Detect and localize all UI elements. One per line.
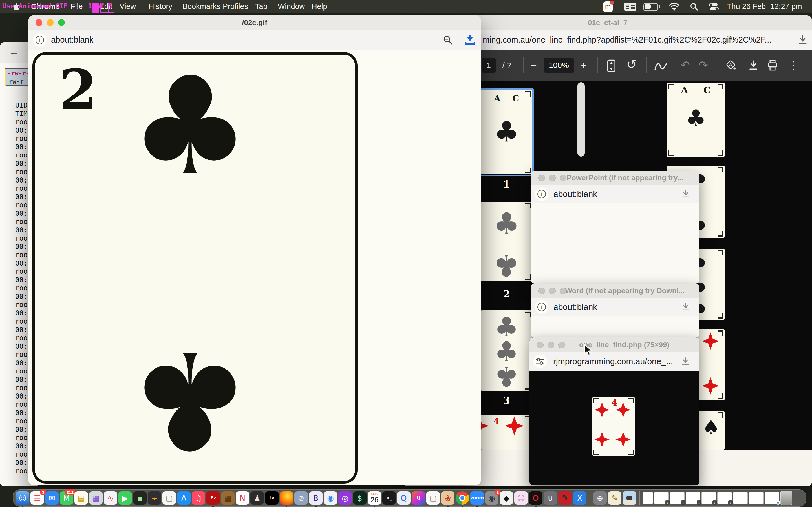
fit-page-icon[interactable] [606,59,617,73]
dock-item-sticker-app[interactable]: ☺ [514,491,528,505]
wifi-icon[interactable] [668,2,680,11]
dock-item-xcode[interactable]: X [573,491,587,505]
menu-item-bookmarks[interactable]: Bookmarks [183,0,220,13]
menu-item-help[interactable]: Help [312,0,327,13]
dock-item-paint-palette[interactable]: ❀ [441,491,455,505]
dock-item-apple-tv[interactable]: tv [265,491,278,505]
pdf-scrollbar[interactable] [577,82,585,157]
dock-item-minimized-window[interactable]: ↓ [702,492,716,504]
download-icon[interactable] [464,34,476,46]
dock-item-inkscape[interactable]: ◆ [500,491,513,505]
zoom-level-input[interactable]: 100% [544,58,574,73]
dock-item-blocked-app[interactable]: ⊘ [294,491,308,505]
page-number-input[interactable]: 1 [481,58,496,73]
dock-item-quicktime[interactable]: Q [397,491,410,505]
popup-word-url[interactable]: about:blank [553,298,597,316]
popup-powerpoint-url-bar[interactable]: i about:blank [531,185,699,204]
spotlight-search-icon[interactable] [690,2,699,11]
front-url-bar[interactable]: i about:blank [29,30,481,51]
dock-item-news[interactable]: N [236,491,249,505]
pdf-url-text[interactable]: ming.com.au/one_line_find.php?apdflist=%… [483,30,771,50]
download-icon[interactable] [680,356,690,366]
dock-item-tooth-app[interactable]: ∪ [544,491,557,505]
dock-item-pages-doc[interactable]: ▢ [162,491,176,505]
dock-item-camera-app[interactable]: ◉2 [485,491,499,505]
menu-bar-time[interactable]: 12:27 pm [770,0,802,13]
undo-icon[interactable]: ↶ [677,57,693,73]
dock-item-notes-pen[interactable]: ✎ [608,491,621,505]
dock-item-minimized-window[interactable] [733,492,748,504]
dock-item-music[interactable]: ♫ [192,491,205,505]
pdf-thumbnail-1[interactable]: A C♣ [481,90,532,174]
dock-item-calculator[interactable]: ÷ [148,491,161,505]
front-url-text[interactable]: about:blank [51,30,93,50]
dock-item-finder[interactable]: ☺ [16,491,29,505]
popup-powerpoint-url[interactable]: about:blank [553,185,597,203]
dock-item-terminal[interactable]: >_ [382,491,396,505]
dock-item-game-app[interactable]: ♟ [250,491,264,505]
download-icon[interactable] [681,189,691,199]
dock-item-zoom[interactable]: zoom [470,491,484,505]
dock-item-safari[interactable]: ◉ [324,491,337,505]
dock-item-document[interactable]: ▢ [426,491,440,505]
dock-item-photo-preview[interactable] [622,491,636,505]
menu-item-history[interactable]: History [149,0,172,13]
input-menu-icon[interactable] [624,2,637,11]
info-icon[interactable]: i [36,36,44,44]
dock-item-accessibility[interactable]: ⊕ [593,491,607,505]
redo-icon[interactable]: ↷ [695,57,711,73]
dock-item-wave-app[interactable]: ∿ [104,491,117,505]
pdf-thumbnail-3[interactable]: ♣♣♣ [481,311,532,391]
download-pdf-icon[interactable] [748,60,759,71]
dock-item-brown-grid-app[interactable]: ▦ [221,491,235,505]
info-icon[interactable]: i [538,190,546,198]
dock-item-minimized-window[interactable] [749,492,763,504]
popup-one-line-find-url-bar[interactable]: rjmprogramming.com.au/one_... [529,352,699,371]
dock-item-facetime[interactable]: ▶ [118,491,132,505]
print-icon[interactable] [767,60,778,71]
dock-item-terminal-dark[interactable]: ▪ [133,491,147,505]
dock-item-app-store[interactable]: A [177,491,191,505]
download-icon[interactable] [797,35,808,45]
menu-item-window[interactable]: Window [278,0,305,13]
rotate-icon[interactable]: ↺ [624,57,640,72]
add-text-annotation-icon[interactable]: A + [725,59,738,71]
dock-item-notes[interactable]: ▤ [74,491,88,505]
control-center-icon[interactable] [709,3,719,11]
dock-item-red-pencil-app[interactable]: ✎ [558,491,572,505]
info-icon[interactable]: i [538,303,546,311]
zoom-in-button[interactable]: + [576,58,591,73]
pdf-thumbnail-2[interactable]: ♣♣ [481,202,532,281]
dock-item-minimized-window[interactable]: ↓ [686,492,700,504]
dock-item-podcasts[interactable]: ◎ [338,491,352,505]
dock-item-mail[interactable]: ✉ [45,491,59,505]
dock-item-messages[interactable]: M212 [60,491,73,505]
zoom-out-page-icon[interactable] [442,35,453,45]
dock-item-opera[interactable]: O [529,491,543,505]
dock-item-firefox[interactable] [280,491,293,505]
back-arrow-icon[interactable]: ← [8,46,19,58]
menu-bar-date[interactable]: Thu 26 Feb [727,0,766,13]
dock-item-reminders[interactable]: ☰3 [31,491,44,505]
dock-item-minimized-page-chrome[interactable] [765,492,779,504]
tune-icon[interactable] [535,356,545,366]
dock-item-calendar[interactable]: FEB26 [368,491,381,505]
popup-one-line-find-url[interactable]: rjmprogramming.com.au/one_... [553,352,673,371]
more-options-icon[interactable]: ⋮ [788,57,799,73]
dock-item-minimized-window[interactable]: ↓ [717,492,732,504]
menu-item-profiles[interactable]: Profiles [223,0,248,13]
zoom-out-button[interactable]: − [527,58,541,73]
dock-item-dark-terminal[interactable]: $ [353,491,366,505]
menu-item-tab[interactable]: Tab [255,0,267,13]
dock-item-trash[interactable] [780,491,792,505]
popup-word-url-bar[interactable]: i about:blank [531,298,699,317]
dock-item-bible-app[interactable]: B [309,491,322,505]
annotate-pen-icon[interactable] [654,61,668,72]
dock-item-chrome[interactable] [456,491,469,505]
dock-item-minimized-window[interactable]: ↓ [670,492,684,504]
menu-item-view[interactable]: View [119,0,136,13]
download-icon[interactable] [681,302,691,312]
dock-item-intellij[interactable]: IJ [412,491,425,505]
dock-item-minimized-window[interactable]: ↓ [654,492,669,504]
dock-item-launchpad[interactable]: ▦ [89,491,103,505]
